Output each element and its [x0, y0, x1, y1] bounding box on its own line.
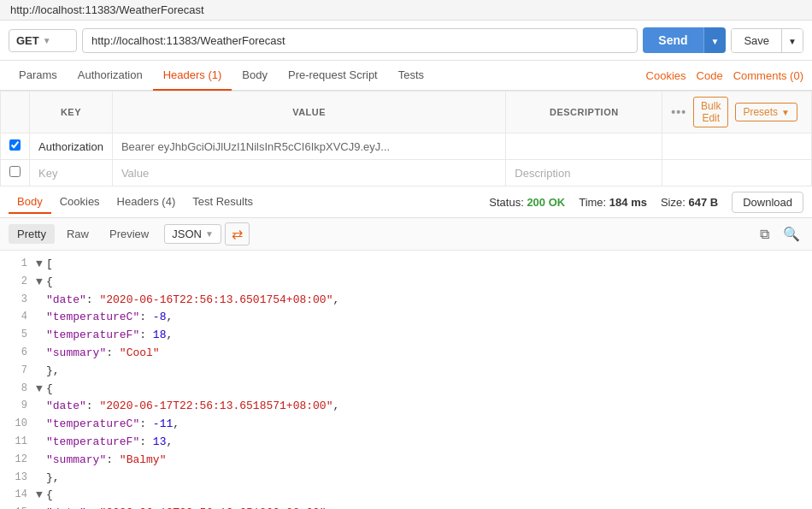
- json-line: 13 },: [9, 470, 812, 488]
- wrap-icon: ⇄: [232, 227, 243, 241]
- copy-icon: ⧉: [760, 227, 769, 241]
- resp-tab-body[interactable]: Body: [9, 191, 51, 214]
- json-line: 4 "temperatureC": -8,: [9, 309, 812, 327]
- json-line: 15 "date": "2020-06-18T22:56:13.651862+0…: [9, 505, 812, 509]
- search-icon: 🔍: [783, 227, 800, 241]
- time-label: Time: 184 ms: [579, 196, 647, 209]
- line-number: 5: [9, 327, 36, 343]
- send-btn-group: Send ▼: [643, 27, 726, 53]
- window-title: http://localhost:11383/WeatherForecast: [10, 3, 204, 16]
- line-content: "date": "2020-06-17T22:56:13.6518571+08:…: [46, 398, 339, 416]
- resp-tab-test-results[interactable]: Test Results: [184, 191, 262, 214]
- save-dropdown-button[interactable]: ▼: [781, 29, 803, 52]
- status-value: 200 OK: [527, 196, 565, 209]
- time-value: 184 ms: [609, 196, 647, 209]
- fold-arrow[interactable]: ▼: [36, 274, 46, 292]
- description-cell: [506, 133, 662, 160]
- line-content: "date": "2020-06-18T22:56:13.651862+08:0…: [46, 505, 332, 509]
- search-button[interactable]: 🔍: [780, 224, 803, 244]
- send-button[interactable]: Send: [643, 27, 703, 53]
- line-content: "summary": "Balmy": [46, 452, 166, 470]
- comments-link[interactable]: Comments (0): [733, 69, 803, 82]
- json-line: 6 "summary": "Cool": [9, 345, 812, 363]
- json-line: 3 "date": "2020-06-16T22:56:13.6501754+0…: [9, 292, 812, 310]
- resp-tab-headers[interactable]: Headers (4): [109, 191, 185, 214]
- url-input[interactable]: [82, 28, 638, 53]
- json-line: 1▼[: [9, 256, 812, 274]
- value-value: Bearer eyJhbGciOiJlUzI1NilsInR5cCI6IkpXV…: [121, 140, 390, 153]
- line-content: {: [46, 274, 53, 292]
- line-content: "temperatureC": -11,: [46, 416, 179, 434]
- line-content: [: [46, 256, 53, 274]
- tab-authorization[interactable]: Authorization: [68, 61, 153, 91]
- key-cell-2[interactable]: Key: [30, 160, 113, 186]
- presets-label: Presets: [743, 106, 778, 118]
- resp-tab-cookies[interactable]: Cookies: [51, 191, 109, 214]
- size-value: 647 B: [688, 196, 718, 209]
- row-checkbox[interactable]: [9, 139, 21, 151]
- tab-body[interactable]: Body: [232, 61, 278, 91]
- tab-pre-request-script[interactable]: Pre-request Script: [278, 61, 388, 91]
- json-line: 2▼ {: [9, 274, 812, 292]
- line-content: },: [46, 363, 60, 381]
- dots-menu[interactable]: •••: [671, 105, 686, 119]
- header-actions: ••• Bulk Edit Presets ▼: [671, 97, 803, 127]
- line-number: 2: [9, 274, 36, 290]
- line-content: {: [46, 381, 53, 399]
- presets-button[interactable]: Presets ▼: [735, 103, 797, 121]
- line-content: "temperatureF": 13,: [46, 434, 173, 452]
- line-content: "temperatureF": 18,: [46, 327, 173, 345]
- method-label: GET: [16, 34, 39, 47]
- actions-cell: [662, 133, 812, 160]
- line-number: 10: [9, 416, 36, 432]
- table-row: Authorization Bearer eyJhbGciOiJlUzI1Nil…: [1, 133, 812, 160]
- fold-arrow[interactable]: ▼: [36, 487, 46, 505]
- save-dropdown-icon: ▼: [788, 37, 797, 46]
- checkbox-column-header: [1, 92, 30, 133]
- json-line: 11 "temperatureF": 13,: [9, 434, 812, 452]
- code-link[interactable]: Code: [697, 69, 723, 82]
- description-cell-2[interactable]: Description: [506, 160, 662, 186]
- line-number: 15: [9, 505, 36, 509]
- download-button[interactable]: Download: [732, 192, 803, 213]
- value-column-header: VALUE: [112, 92, 505, 133]
- copy-button[interactable]: ⧉: [756, 224, 773, 244]
- row-checkbox-cell-2[interactable]: [1, 160, 30, 186]
- cookies-link[interactable]: Cookies: [646, 69, 686, 82]
- tab-params[interactable]: Params: [9, 61, 68, 91]
- value-cell-2[interactable]: Value: [112, 160, 505, 186]
- actions-cell-2: [662, 160, 812, 186]
- value-placeholder: Value: [121, 167, 149, 180]
- bulk-edit-button[interactable]: Bulk Edit: [693, 97, 728, 127]
- description-column-header: DESCRIPTION: [506, 92, 662, 133]
- key-placeholder: Key: [38, 167, 57, 180]
- format-tab-pretty[interactable]: Pretty: [9, 224, 55, 244]
- status-label: Status: 200 OK: [489, 196, 565, 209]
- format-tab-preview[interactable]: Preview: [101, 224, 157, 244]
- line-content: {: [46, 487, 53, 505]
- save-button[interactable]: Save: [732, 29, 781, 52]
- format-tab-raw[interactable]: Raw: [58, 224, 97, 244]
- fold-arrow[interactable]: ▼: [36, 256, 46, 274]
- fold-arrow[interactable]: ▼: [36, 381, 46, 399]
- format-label: JSON: [172, 228, 202, 240]
- json-line: 10 "temperatureC": -11,: [9, 416, 812, 434]
- tab-headers[interactable]: Headers (1): [153, 61, 232, 91]
- json-line: 9 "date": "2020-06-17T22:56:13.6518571+0…: [9, 398, 812, 416]
- line-number: 4: [9, 309, 36, 325]
- title-bar: http://localhost:11383/WeatherForecast: [0, 0, 812, 21]
- send-dropdown-button[interactable]: ▼: [703, 27, 727, 53]
- method-select[interactable]: GET ▼: [9, 29, 77, 52]
- headers-table: KEY VALUE DESCRIPTION ••• Bulk Edit Pres…: [0, 91, 812, 186]
- line-content: "temperatureC": -8,: [46, 309, 173, 327]
- tab-tests[interactable]: Tests: [388, 61, 434, 91]
- wrap-button[interactable]: ⇄: [225, 222, 250, 246]
- row-checkbox-2[interactable]: [9, 166, 21, 177]
- format-bar: Pretty Raw Preview JSON ▼ ⇄ ⧉ 🔍: [0, 218, 812, 251]
- row-checkbox-cell[interactable]: [1, 133, 30, 160]
- line-content: "date": "2020-06-16T22:56:13.6501754+08:…: [46, 292, 339, 310]
- line-content: },: [46, 470, 60, 488]
- url-bar: GET ▼ Send ▼ Save ▼: [0, 21, 812, 61]
- format-select[interactable]: JSON ▼: [164, 224, 221, 244]
- line-number: 1: [9, 256, 36, 272]
